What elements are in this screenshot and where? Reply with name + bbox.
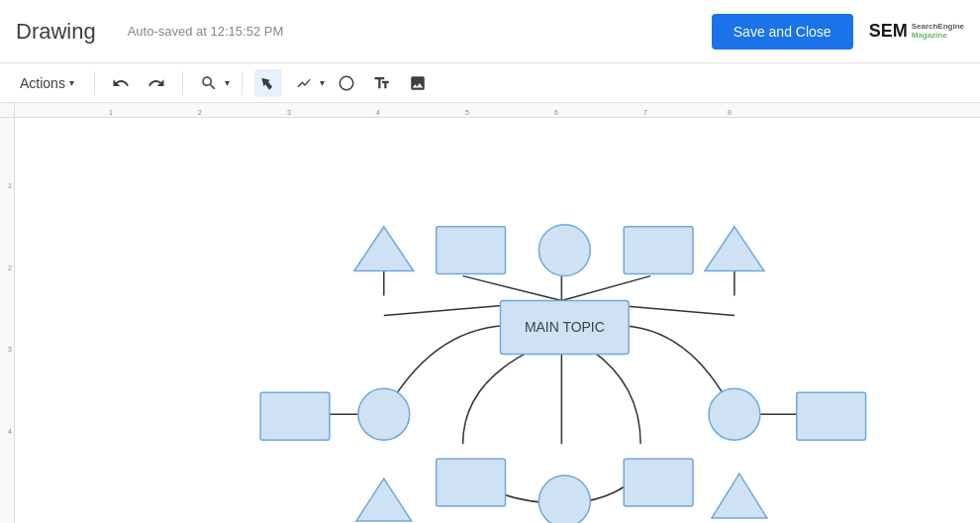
sem-text: SEM xyxy=(869,21,908,42)
sem-logo: SEM SearchEngine Magazine xyxy=(869,21,964,42)
ruler-mark-v4: 4 xyxy=(376,109,380,116)
shape-rect-top-center-left xyxy=(437,227,506,274)
shape-rect-bottom-center-right xyxy=(624,459,693,506)
shape-icon xyxy=(338,74,355,92)
logo-line2: Magazine xyxy=(912,31,964,40)
toolbar-separator-1 xyxy=(94,71,95,95)
ruler-mark-4: 4 xyxy=(0,428,14,435)
ruler-left-marks: 1 2 3 4 xyxy=(0,118,14,523)
ruler-mark-1: 1 xyxy=(0,182,14,189)
toolbar-separator-3 xyxy=(242,71,243,95)
ruler-mark-v6: 6 xyxy=(554,109,558,116)
shape-rect-right xyxy=(797,392,866,440)
shape-rect-left xyxy=(260,392,330,440)
shape-circle-right xyxy=(709,388,760,440)
ruler-mark-v1: 1 xyxy=(109,109,113,116)
shape-circle-bottom-center xyxy=(539,475,590,523)
undo-button[interactable] xyxy=(107,69,135,97)
main-topic-text: MAIN TOPIC xyxy=(525,319,605,335)
shape-triangle-top-left xyxy=(354,227,414,271)
redo-icon xyxy=(147,74,165,92)
zoom-group: ▾ xyxy=(195,69,230,97)
zoom-icon xyxy=(200,74,218,92)
image-tool-button[interactable] xyxy=(404,69,432,97)
ruler-left: 1 2 3 4 xyxy=(0,103,15,523)
document-title: Drawing xyxy=(16,19,96,45)
shape-tool-button[interactable] xyxy=(333,69,360,97)
line-chevron: ▾ xyxy=(320,77,325,88)
shape-circle-left xyxy=(358,388,410,440)
canvas-container: 1 2 3 4 1 2 3 4 5 6 7 8 xyxy=(0,103,980,523)
ruler-mark-v2: 2 xyxy=(198,109,202,116)
image-icon xyxy=(409,74,427,92)
zoom-button[interactable] xyxy=(195,69,223,97)
shape-triangle-bottom-right xyxy=(712,473,767,518)
textbox-icon xyxy=(373,74,391,92)
actions-label: Actions xyxy=(20,75,65,91)
line-tool-group: ▾ xyxy=(290,69,325,97)
toolbar-separator-2 xyxy=(182,71,183,95)
ruler-mark-2: 2 xyxy=(0,264,14,271)
save-close-button[interactable]: Save and Close xyxy=(712,14,853,50)
ruler-mark-3: 3 xyxy=(0,346,14,353)
ruler-mark-v8: 8 xyxy=(728,109,732,116)
ruler-mark-v7: 7 xyxy=(643,109,647,116)
mindmap-svg: MAIN TOPIC xyxy=(15,118,980,523)
drawing-area: 1 2 3 4 5 6 7 8 xyxy=(15,103,980,523)
ruler-mark-v5: 5 xyxy=(465,109,469,116)
ruler-mark-v3: 3 xyxy=(287,109,291,116)
autosave-status: Auto-saved at 12:15:52 PM xyxy=(128,24,284,39)
shape-rect-top-center-right xyxy=(624,227,693,274)
header-left: Drawing Auto-saved at 12:15:52 PM xyxy=(16,19,283,45)
ruler-corner xyxy=(0,103,15,118)
actions-button[interactable]: Actions ▾ xyxy=(12,71,82,95)
shape-circle-top-center xyxy=(539,225,590,276)
canvas-paper[interactable]: MAIN TOPIC xyxy=(15,118,980,523)
svg-line-4 xyxy=(561,276,650,301)
cursor-icon xyxy=(260,75,276,91)
textbox-tool-button[interactable] xyxy=(368,69,396,97)
shape-triangle-bottom-left xyxy=(356,478,412,521)
ruler-top: 1 2 3 4 5 6 7 8 xyxy=(15,103,980,118)
line-icon xyxy=(296,75,312,91)
shape-triangle-top-right xyxy=(705,227,764,271)
svg-line-2 xyxy=(463,276,562,301)
svg-point-0 xyxy=(340,76,353,90)
logo-line1: SearchEngine xyxy=(912,23,964,32)
actions-chevron: ▾ xyxy=(69,77,74,88)
toolbar: Actions ▾ ▾ ▾ xyxy=(0,63,980,103)
zoom-chevron: ▾ xyxy=(225,77,230,88)
redo-button[interactable] xyxy=(143,69,170,97)
undo-icon xyxy=(112,74,130,92)
header: Drawing Auto-saved at 12:15:52 PM Save a… xyxy=(0,0,980,63)
line-tool-button[interactable] xyxy=(290,69,318,97)
shape-rect-bottom-center-left xyxy=(437,459,506,506)
select-tool-button[interactable] xyxy=(254,69,282,97)
